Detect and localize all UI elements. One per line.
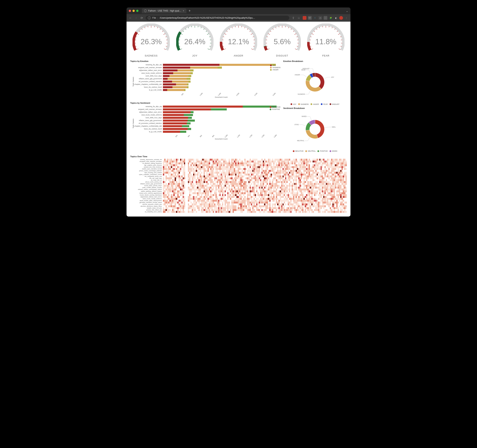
heatmap-cell bbox=[233, 207, 234, 209]
heatmap-cell bbox=[301, 176, 302, 177]
forward-button[interactable]: → bbox=[134, 16, 138, 20]
heatmap-cell bbox=[179, 190, 180, 192]
heatmap-cell bbox=[217, 174, 218, 176]
share-icon[interactable]: ⇪ bbox=[292, 16, 295, 20]
back-button[interactable]: ← bbox=[129, 16, 132, 20]
heatmap-cell bbox=[299, 174, 301, 176]
heatmap-cell bbox=[166, 202, 167, 203]
heatmap-cell bbox=[318, 207, 319, 209]
bar-track bbox=[163, 69, 280, 71]
heatmap-cell bbox=[332, 170, 334, 172]
heatmap-cell bbox=[198, 205, 200, 207]
heatmap-cell bbox=[285, 200, 286, 202]
heatmap-cell bbox=[168, 209, 169, 211]
heatmap-cell bbox=[201, 203, 202, 205]
heatmap-cell bbox=[321, 161, 322, 162]
heatmap-cell bbox=[314, 190, 315, 192]
heatmap-cell bbox=[278, 185, 280, 187]
heatmap-cell bbox=[294, 170, 296, 172]
heatmap-cell bbox=[326, 187, 327, 189]
ext-icon-3[interactable]: ⟟ bbox=[313, 16, 317, 20]
ext-icon-2[interactable]: 🛡 bbox=[308, 16, 312, 20]
close-tab-icon[interactable]: × bbox=[183, 10, 184, 12]
heatmap-cell bbox=[317, 202, 318, 203]
browser-tab[interactable]: Fathom - USE THIS - high qual… × bbox=[142, 8, 186, 13]
heatmap-cell bbox=[191, 207, 192, 209]
reload-button[interactable]: ⟳ bbox=[140, 16, 143, 20]
extensions-icon[interactable]: 🧩 bbox=[329, 16, 333, 20]
heatmap-cell bbox=[332, 209, 334, 211]
close-window-button[interactable] bbox=[129, 10, 131, 12]
heatmap-cell bbox=[175, 166, 176, 168]
heatmap-cell bbox=[257, 207, 259, 209]
heatmap-cell bbox=[226, 192, 227, 194]
heatmap-cell bbox=[299, 207, 301, 209]
heatmap-cell bbox=[215, 177, 217, 179]
heatmap-cell bbox=[167, 159, 168, 161]
tabs-menu-icon[interactable]: ⌄ bbox=[346, 9, 348, 13]
bookmark-icon[interactable]: ☆ bbox=[297, 16, 300, 20]
heatmap-cell bbox=[326, 179, 327, 181]
heatmap-cell bbox=[331, 196, 332, 198]
heatmap-cell bbox=[330, 174, 331, 176]
heatmap-cell bbox=[192, 183, 193, 185]
heatmap-cell bbox=[236, 187, 238, 189]
heatmap-cell bbox=[188, 172, 189, 174]
heatmap-cell bbox=[209, 207, 210, 209]
heatmap-cell bbox=[176, 161, 177, 162]
heatmap-cell bbox=[223, 203, 225, 205]
heatmap-cell bbox=[226, 177, 227, 179]
heatmap-cell bbox=[343, 174, 344, 176]
heatmap-cell bbox=[290, 185, 292, 187]
heatmap-cell bbox=[317, 194, 318, 196]
new-tab-button[interactable]: + bbox=[189, 9, 191, 13]
heatmap-cell bbox=[305, 161, 306, 162]
svg-text:DISGUST: DISGUST bbox=[303, 68, 310, 70]
address-bar[interactable]: i File | /Users/peterbray/Desktop/Fathom… bbox=[146, 16, 289, 20]
heatmap-cell bbox=[301, 183, 302, 185]
minimize-window-button[interactable] bbox=[132, 10, 135, 12]
heatmap-cell bbox=[274, 174, 276, 176]
heatmap-cell bbox=[209, 166, 210, 168]
heatmap-cell bbox=[286, 177, 288, 179]
heatmap-cell bbox=[301, 209, 302, 211]
heatmap-cell bbox=[271, 174, 272, 176]
site-info-icon[interactable]: i bbox=[148, 16, 151, 19]
heatmap-cell bbox=[197, 177, 198, 179]
heatmap-cell bbox=[227, 162, 229, 164]
heatmap-cell bbox=[280, 190, 281, 192]
heatmap-cell bbox=[230, 196, 231, 198]
maximize-window-button[interactable] bbox=[136, 10, 138, 12]
heatmap-cell bbox=[302, 194, 304, 196]
heatmap-cell bbox=[183, 196, 184, 198]
ext-icon-1[interactable] bbox=[303, 16, 306, 20]
gauge-row: 26.3% SADNESS 26.4% JOY 12.1% ANGER bbox=[130, 24, 347, 57]
heatmap-cell bbox=[274, 177, 276, 179]
heatmap-cell bbox=[338, 183, 339, 185]
heatmap-cell bbox=[327, 200, 328, 202]
heatmap-cell bbox=[181, 179, 183, 181]
ext-icon-4[interactable]: ▢ bbox=[318, 16, 322, 20]
heatmap-cell bbox=[217, 192, 218, 194]
heatmap-cell bbox=[331, 185, 332, 187]
heatmap-cell bbox=[209, 159, 210, 161]
heatmap-cell bbox=[234, 159, 235, 161]
panel-icon[interactable]: ◧ bbox=[334, 16, 338, 20]
heatmap-cell bbox=[307, 166, 309, 168]
heatmap-cell bbox=[307, 189, 309, 190]
heatmap-cell bbox=[251, 209, 252, 211]
heatmap-cell bbox=[205, 162, 206, 164]
heatmap-cell bbox=[273, 174, 274, 176]
menu-icon[interactable]: ⋮ bbox=[345, 16, 348, 20]
heatmap-cell bbox=[166, 205, 167, 207]
ext-icon-5[interactable]: ⋯ bbox=[324, 16, 327, 20]
ext-icon-6[interactable] bbox=[339, 16, 343, 20]
heatmap-cell bbox=[304, 211, 305, 213]
heatmap-cell bbox=[343, 205, 344, 207]
svg-line-61 bbox=[254, 40, 255, 40]
heatmap-cell bbox=[231, 172, 233, 174]
heatmap-cell bbox=[280, 185, 281, 187]
heatmap-cell bbox=[163, 181, 164, 183]
heatmap-cell bbox=[229, 211, 230, 213]
heatmap-cell bbox=[344, 177, 346, 179]
